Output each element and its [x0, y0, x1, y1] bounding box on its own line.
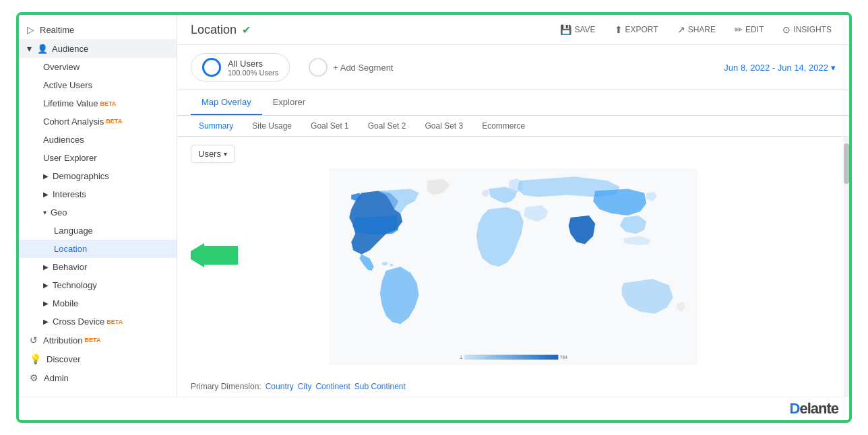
audience-person-icon: 👤	[37, 44, 48, 54]
all-users-segment[interactable]: All Users 100.00% Users	[191, 53, 290, 81]
sub-tab-summary[interactable]: Summary	[191, 116, 241, 136]
sidebar-item-discover[interactable]: 💡 Discover	[19, 349, 177, 368]
sidebar-item-attribution[interactable]: ↺ Attribution BETA	[19, 331, 177, 349]
primary-dimension: Primary Dimension: Country City Continen…	[191, 382, 406, 391]
sidebar-item-cross-device[interactable]: ▶ Cross Device BETA	[19, 312, 177, 331]
brand-rest: elante	[799, 400, 838, 417]
sub-continent-link[interactable]: Sub Continent	[354, 382, 406, 391]
realtime-icon: ▷	[27, 24, 34, 35]
sidebar-item-admin[interactable]: ⚙ Admin	[19, 368, 177, 387]
svg-rect-2	[464, 355, 559, 360]
city-link[interactable]: City	[298, 382, 312, 391]
sidebar-item-audiences[interactable]: Audiences	[19, 131, 177, 149]
world-map: 1 764	[191, 168, 836, 365]
save-icon: 💾	[560, 24, 571, 35]
top-bar: Location ✔ 💾 SAVE ⬆ EXPORT ↗ SHARE	[177, 15, 849, 45]
behavior-label: Behavior	[53, 262, 87, 272]
edit-button[interactable]: ✏ EDIT	[731, 22, 768, 38]
date-range-label: Jun 8, 2022 - Jun 14, 2022	[724, 63, 828, 73]
save-label: SAVE	[574, 25, 595, 34]
country-link[interactable]: Country	[266, 382, 294, 391]
cohort-analysis-label: Cohort Analysis	[43, 116, 104, 127]
user-explorer-label: User Explorer	[43, 153, 96, 163]
sidebar-item-geo[interactable]: ▾ Geo	[19, 203, 177, 222]
sidebar-item-language[interactable]: Language	[19, 222, 177, 240]
sidebar-item-behavior[interactable]: ▶ Behavior	[19, 258, 177, 276]
sidebar-item-demographics[interactable]: ▶ Demographics	[19, 167, 177, 185]
primary-dimension-label: Primary Dimension:	[191, 382, 261, 391]
all-users-sub: 100.00% Users	[228, 69, 278, 77]
sub-tab-ecommerce[interactable]: Ecommerce	[474, 116, 533, 136]
discover-icon: 💡	[30, 354, 41, 364]
geo-chevron: ▾	[43, 209, 46, 216]
cross-device-badge: BETA	[106, 319, 123, 325]
date-range-picker[interactable]: Jun 8, 2022 - Jun 14, 2022 ▾	[724, 63, 836, 73]
site-usage-label: Site Usage	[252, 121, 292, 131]
continent-link[interactable]: Continent	[315, 382, 350, 391]
branding-bar: Delante	[19, 397, 849, 420]
sidebar-item-user-explorer[interactable]: User Explorer	[19, 149, 177, 167]
sidebar: ▷ Realtime ▾ 👤 Audience Overview Active …	[19, 15, 177, 397]
sub-tab-goal-set-1[interactable]: Goal Set 1	[303, 116, 357, 136]
tab-map-overlay[interactable]: Map Overlay	[191, 90, 262, 115]
interests-chevron: ▶	[43, 191, 49, 198]
insights-button[interactable]: ⊙ INSIGHTS	[778, 22, 836, 38]
cross-device-label: Cross Device	[53, 316, 104, 327]
sub-tab-goal-set-3[interactable]: Goal Set 3	[416, 116, 471, 136]
top-bar-left: Location ✔	[191, 23, 251, 37]
lifetime-value-badge: BETA	[100, 100, 116, 107]
interests-label: Interests	[53, 189, 86, 199]
svg-text:1: 1	[460, 355, 462, 360]
ecommerce-label: Ecommerce	[482, 121, 525, 131]
brand-logo: Delante	[790, 400, 838, 417]
insights-icon: ⊙	[782, 24, 790, 35]
sidebar-item-realtime[interactable]: ▷ Realtime	[19, 20, 177, 39]
sidebar-item-audience[interactable]: ▾ 👤 Audience	[19, 39, 177, 58]
overview-label: Overview	[43, 62, 80, 72]
attribution-label: Attribution	[43, 335, 83, 345]
sidebar-item-location[interactable]: Location	[19, 240, 177, 258]
insights-label: INSIGHTS	[793, 25, 832, 34]
scrollbar[interactable]	[844, 137, 849, 397]
save-button[interactable]: 💾 SAVE	[556, 22, 599, 38]
add-segment-circle	[309, 58, 328, 77]
add-segment-button[interactable]: + Add Segment	[301, 54, 401, 81]
summary-label: Summary	[199, 121, 233, 131]
sub-tab-goal-set-2[interactable]: Goal Set 2	[360, 116, 414, 136]
sidebar-item-active-users[interactable]: Active Users	[19, 76, 177, 94]
users-dropdown[interactable]: Users ▾	[191, 145, 235, 163]
all-users-label: All Users	[228, 59, 278, 69]
audience-label: Audience	[52, 44, 88, 54]
sidebar-item-interests[interactable]: ▶ Interests	[19, 185, 177, 203]
share-button[interactable]: ↗ SHARE	[673, 22, 720, 38]
location-label: Location	[54, 244, 87, 254]
sidebar-item-mobile[interactable]: ▶ Mobile	[19, 294, 177, 312]
sidebar-item-lifetime-value[interactable]: Lifetime Value BETA	[19, 94, 177, 112]
segment-circle	[202, 58, 221, 77]
technology-label: Technology	[53, 280, 97, 290]
edit-icon: ✏	[735, 24, 743, 35]
demographics-chevron: ▶	[43, 172, 49, 180]
map-container: 1 764	[191, 168, 836, 365]
admin-label: Admin	[44, 373, 69, 383]
share-label: SHARE	[688, 25, 716, 34]
export-button[interactable]: ⬆ EXPORT	[611, 22, 662, 38]
map-overlay-tab-label: Map Overlay	[202, 97, 251, 107]
geo-label: Geo	[51, 207, 67, 218]
sub-tabs-bar: Summary Site Usage Goal Set 1 Goal Set 2…	[177, 116, 849, 137]
verified-icon: ✔	[242, 24, 251, 36]
scrollbar-thumb[interactable]	[844, 143, 849, 184]
share-icon: ↗	[677, 24, 685, 35]
goal-set-3-label: Goal Set 3	[425, 121, 463, 131]
svg-marker-0	[191, 243, 238, 267]
active-users-label: Active Users	[43, 80, 92, 90]
cohort-badge: BETA	[106, 119, 122, 125]
audience-icon: ▾	[27, 43, 32, 54]
sidebar-item-technology[interactable]: ▶ Technology	[19, 276, 177, 294]
add-segment-label: + Add Segment	[333, 63, 393, 73]
sidebar-item-cohort-analysis[interactable]: Cohort Analysis BETA	[19, 112, 177, 131]
sidebar-item-overview[interactable]: Overview	[19, 58, 177, 76]
tab-explorer[interactable]: Explorer	[262, 90, 316, 115]
sub-tab-site-usage[interactable]: Site Usage	[244, 116, 300, 136]
edit-label: EDIT	[745, 25, 764, 34]
